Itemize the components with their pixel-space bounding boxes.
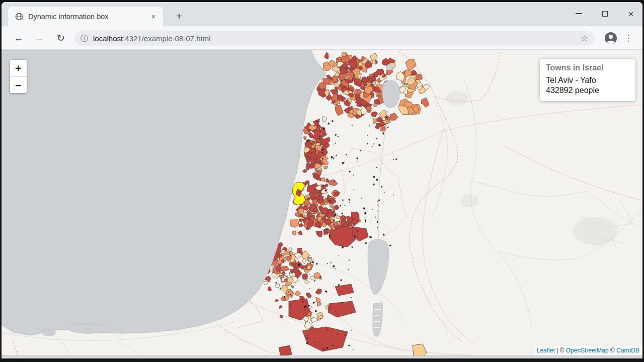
forward-icon: →: [32, 31, 47, 46]
window-bottom-edge: [2, 355, 642, 359]
url-bar[interactable]: ⓘ localhost:4321/example-08-07.html ☆: [74, 31, 594, 46]
window-close-icon[interactable]: ×: [623, 7, 638, 20]
tab-strip: Dynamic information box × + ×: [2, 2, 642, 26]
attribution-separator: | ©: [555, 347, 566, 354]
new-tab-button[interactable]: +: [173, 10, 186, 23]
leaflet-link[interactable]: Leaflet: [537, 347, 555, 354]
maximize-icon[interactable]: [597, 7, 612, 20]
page-info-icon[interactable]: ⓘ: [80, 34, 88, 43]
zoom-out-button[interactable]: −: [10, 76, 27, 93]
profile-avatar-icon[interactable]: [604, 32, 617, 45]
zoom-in-button[interactable]: +: [10, 60, 27, 76]
browser-window: Dynamic information box × + × ← → ↻ ⓘ lo…: [2, 2, 642, 359]
openstreetmap-link[interactable]: OpenStreetMap: [566, 347, 609, 354]
url-host: localhost: [93, 34, 123, 43]
window-controls: ×: [571, 7, 638, 20]
attribution-separator-2: ©: [608, 347, 616, 354]
info-box: Towns in Israel Tel Aviv - Yafo 432892 p…: [540, 59, 635, 101]
globe-icon: [15, 13, 23, 21]
map-viewport: + − Towns in Israel Tel Aviv - Yafo 4328…: [2, 50, 642, 355]
info-box-population: 432892 people: [546, 85, 629, 96]
tab-close-icon[interactable]: ×: [149, 12, 158, 21]
reload-icon[interactable]: ↻: [53, 31, 68, 46]
back-icon[interactable]: ←: [11, 31, 26, 46]
browser-tab[interactable]: Dynamic information box ×: [8, 7, 163, 26]
cartodb-link[interactable]: CartoDB: [616, 347, 639, 354]
menu-kebab-icon[interactable]: ⋮: [622, 31, 634, 45]
leaflet-zoom-control: + −: [10, 60, 27, 93]
bookmark-star-icon[interactable]: ☆: [581, 33, 588, 44]
info-box-town: Tel Aviv - Yafo: [546, 75, 629, 85]
browser-toolbar: ← → ↻ ⓘ localhost:4321/example-08-07.htm…: [2, 26, 642, 50]
url-path: :4321/example-08-07.html: [123, 34, 210, 43]
minimize-icon[interactable]: [571, 7, 586, 20]
map-attribution: Leaflet | © OpenStreetMap © CartoDB: [534, 346, 642, 355]
info-box-title: Towns in Israel: [546, 63, 629, 72]
url-text: localhost:4321/example-08-07.html: [93, 34, 210, 43]
tab-title: Dynamic information box: [28, 13, 149, 21]
